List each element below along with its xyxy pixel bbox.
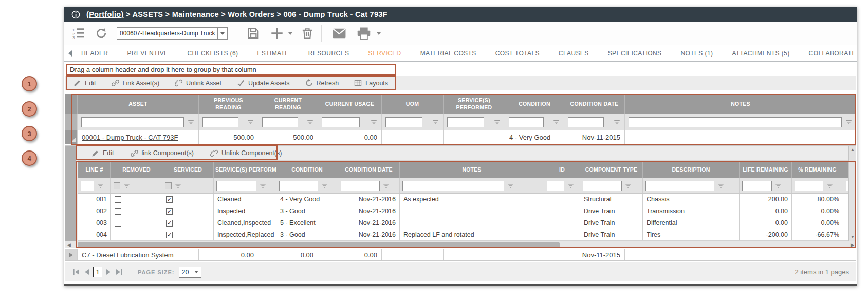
save-icon[interactable] [247, 27, 260, 40]
filter-icon[interactable] [321, 182, 328, 190]
record-selector-dropdown-button[interactable] [217, 27, 228, 40]
tab-scroll-left-icon[interactable] [68, 50, 72, 57]
collapse-row-icon[interactable] [65, 130, 78, 144]
col-pct-remaining[interactable]: % REMAINING [792, 161, 843, 178]
filter-icon[interactable] [382, 182, 390, 190]
serviced-checkbox[interactable] [166, 232, 173, 238]
link-assets-button[interactable]: Link Asset(s) [112, 79, 160, 87]
col-life-remaining[interactable]: LIFE REMAINING [740, 161, 792, 178]
tab-checklists[interactable]: CHECKLISTS (6) [187, 45, 238, 62]
filter-icon[interactable] [493, 119, 501, 126]
expand-row-icon[interactable] [65, 249, 78, 260]
serviced-checkbox[interactable] [166, 196, 173, 203]
history-icon[interactable] [95, 27, 107, 40]
filter-condition-date-input[interactable] [568, 117, 604, 127]
filter-pct-remaining-input[interactable] [795, 181, 823, 191]
update-assets-button[interactable]: Update Assets [237, 79, 290, 87]
link-components-button[interactable]: link Component(s) [131, 149, 194, 157]
edit-button[interactable]: Edit [73, 79, 96, 87]
print-dropdown-icon[interactable] [377, 32, 381, 35]
asset-row-dump-truck[interactable]: 00001 - Dump Truck - CAT 793F 500.00 500… [65, 130, 856, 144]
col-current-reading[interactable]: CURRENT READING [258, 94, 318, 114]
serviced-checkbox[interactable] [166, 208, 173, 215]
filter-uom-input[interactable] [385, 117, 422, 127]
component-row[interactable]: 004 Inspected,Replaced 3 - Good Nov-21-2… [78, 229, 848, 241]
filter-icon[interactable] [187, 119, 195, 126]
filter-icon[interactable] [370, 119, 378, 126]
filter-icon[interactable] [845, 119, 853, 126]
filter-current-reading-input[interactable] [262, 117, 298, 127]
layouts-button[interactable]: Layouts [354, 79, 388, 87]
subgrid-vertical-scrollbar[interactable]: ▲ ▼ [848, 146, 856, 241]
component-edit-button[interactable]: Edit [91, 149, 114, 157]
col-current-usage[interactable]: CURRENT USAGE [318, 94, 382, 114]
filter-icon[interactable] [306, 119, 314, 126]
breadcrumb-portfolio-link[interactable]: (Portfolio) [86, 10, 124, 18]
filter-condition-input[interactable] [509, 117, 544, 127]
current-page-number[interactable]: 1 [93, 267, 102, 277]
filter-icon[interactable] [507, 182, 514, 190]
tab-header[interactable]: HEADER [81, 45, 108, 62]
filter-serviced-checkbox[interactable] [165, 182, 172, 189]
filter-icon[interactable] [774, 182, 782, 190]
col-description[interactable]: DESCRIPTION [643, 161, 740, 178]
col-condition[interactable]: CONDITION [505, 94, 564, 114]
print-icon[interactable] [357, 27, 381, 40]
scroll-left-icon[interactable]: ◀ [67, 242, 71, 248]
filter-icon[interactable] [717, 182, 725, 190]
add-icon[interactable] [270, 27, 292, 40]
last-page-button[interactable] [115, 269, 123, 275]
col-previous-reading[interactable]: PREVIOUS READING [199, 94, 258, 114]
filter-asset-input[interactable] [81, 117, 184, 127]
filter-icon[interactable] [247, 119, 254, 126]
scroll-right-icon[interactable]: ▶ [851, 242, 854, 248]
col-notes[interactable]: NOTES [625, 94, 856, 114]
filter-icon[interactable] [174, 182, 182, 190]
unlink-asset-button[interactable]: Unlink Asset [175, 79, 221, 87]
component-row[interactable]: 003 Cleaned,Inspected 5 - Excellent Nov-… [78, 217, 848, 229]
filter-condition-date-input[interactable] [341, 181, 380, 191]
tab-attachments[interactable]: ATTACHMENTS (5) [732, 45, 789, 62]
removed-checkbox[interactable] [115, 196, 121, 203]
filter-description-input[interactable] [645, 181, 714, 191]
col-condition-date[interactable]: CONDITION DATE [564, 94, 625, 114]
col-removed[interactable]: REMOVED [111, 161, 162, 178]
filter-current-usage-input[interactable] [322, 117, 360, 127]
tab-estimate[interactable]: ESTIMATE [257, 45, 289, 62]
filter-line-input[interactable] [81, 181, 94, 191]
asset-link[interactable]: 00001 - Dump Truck - CAT 793F [82, 134, 178, 141]
next-page-button[interactable] [106, 269, 112, 275]
component-row[interactable]: 002 Inspected 3 - Good Nov-21-2016 Drive… [78, 205, 848, 217]
col-uom[interactable]: UOM [382, 94, 444, 114]
previous-page-button[interactable] [84, 269, 89, 275]
removed-checkbox[interactable] [115, 232, 121, 238]
tab-material-costs[interactable]: MATERIAL COSTS [420, 45, 476, 62]
filter-icon[interactable] [552, 119, 560, 126]
filter-icon[interactable] [97, 182, 104, 190]
filter-icon[interactable] [259, 182, 267, 190]
tab-collaborate[interactable]: COLLABORATE [809, 45, 856, 62]
filter-icon[interactable] [432, 119, 439, 126]
refresh-button[interactable]: Refresh [305, 79, 339, 87]
asset-link[interactable]: C7 - Diesel Lubrication System [82, 251, 173, 259]
filter-icon[interactable] [567, 182, 575, 190]
col-serviced[interactable]: SERVICED [162, 161, 214, 178]
removed-checkbox[interactable] [115, 220, 121, 227]
tab-cost-totals[interactable]: COST TOTALS [495, 45, 540, 62]
filter-icon[interactable] [624, 182, 632, 190]
serviced-checkbox[interactable] [166, 220, 173, 227]
email-icon[interactable] [332, 27, 346, 40]
info-icon[interactable] [71, 10, 80, 19]
filter-component-type-input[interactable] [583, 181, 622, 191]
unlink-components-button[interactable]: Unlink Component(s) [210, 149, 282, 157]
record-selector-input[interactable] [117, 27, 217, 40]
col-component-type[interactable]: COMPONENT TYPE [580, 161, 643, 178]
tab-clauses[interactable]: CLAUSES [559, 45, 589, 62]
col-services-performed[interactable]: SERVICE(S) PERFORMED [214, 161, 276, 178]
subgrid-horizontal-scrollbar[interactable]: ◀ ▶ [65, 241, 856, 248]
scrollbar-thumb[interactable] [78, 242, 560, 248]
col-notes[interactable]: NOTES [400, 161, 544, 178]
tab-resources[interactable]: RESOURCES [308, 45, 349, 62]
group-by-drop-zone[interactable]: Drag a column header and drop it here to… [65, 64, 856, 76]
page-size-dropdown-button[interactable] [192, 267, 201, 278]
